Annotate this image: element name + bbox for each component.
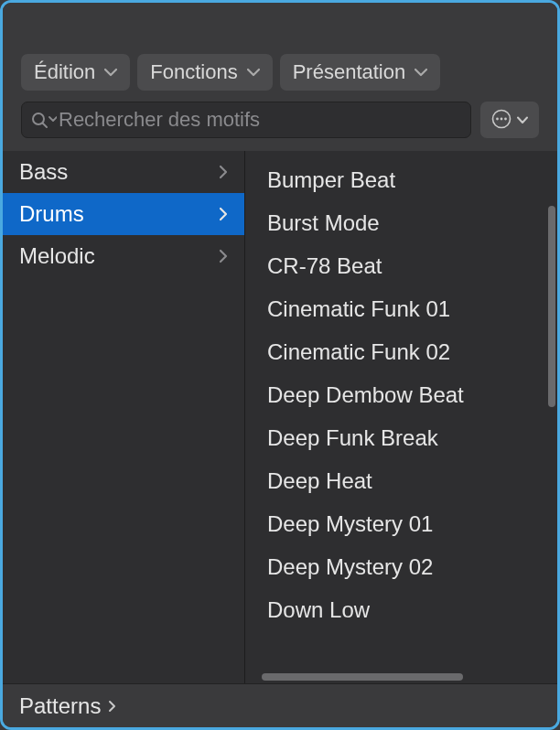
edit-menu-label: Édition <box>34 60 95 84</box>
list-item[interactable]: Cinematic Funk 02 <box>245 330 557 373</box>
category-label: Drums <box>19 201 84 227</box>
chevron-down-icon <box>517 113 528 127</box>
breadcrumb[interactable]: Patterns <box>3 683 557 727</box>
list-item-label: Bumper Beat <box>267 167 395 193</box>
list-item[interactable]: Cinematic Funk 01 <box>245 287 557 330</box>
toolbar: Édition Fonctions Présentation <box>3 43 557 102</box>
chevron-down-icon <box>247 68 260 77</box>
pattern-list: Bumper Beat Burst Mode CR-78 Beat Cinema… <box>245 151 557 631</box>
svg-point-4 <box>501 117 503 120</box>
list-item[interactable]: Deep Dembow Beat <box>245 373 557 416</box>
chevron-down-icon <box>104 68 117 77</box>
list-item-label: Cinematic Funk 02 <box>267 339 450 365</box>
list-item[interactable]: Down Low <box>245 588 557 631</box>
view-menu-button[interactable]: Présentation <box>280 54 441 91</box>
svg-point-3 <box>496 117 499 120</box>
list-item[interactable]: Deep Heat <box>245 459 557 502</box>
list-item-label: Deep Heat <box>267 468 372 494</box>
list-item-label: Deep Funk Break <box>267 425 438 451</box>
svg-point-5 <box>504 117 507 120</box>
svg-line-1 <box>43 123 48 128</box>
list-item-label: Deep Mystery 01 <box>267 511 433 537</box>
list-item-label: Deep Dembow Beat <box>267 382 464 408</box>
functions-menu-button[interactable]: Fonctions <box>137 54 272 91</box>
list-item[interactable]: Burst Mode <box>245 201 557 244</box>
more-options-button[interactable] <box>480 102 539 138</box>
view-menu-label: Présentation <box>293 60 406 84</box>
scrollbar-horizontal[interactable] <box>262 673 463 681</box>
search-icon <box>29 111 57 129</box>
category-item-bass[interactable]: Bass <box>3 151 244 193</box>
search-row <box>3 102 557 151</box>
list-item[interactable]: CR-78 Beat <box>245 244 557 287</box>
chevron-right-icon <box>108 700 116 713</box>
chevron-down-icon <box>415 68 427 77</box>
pattern-column: Bumper Beat Burst Mode CR-78 Beat Cinema… <box>245 151 557 683</box>
list-item[interactable]: Deep Mystery 01 <box>245 502 557 545</box>
list-item-label: Cinematic Funk 01 <box>267 296 450 322</box>
ellipsis-icon <box>491 109 512 132</box>
chevron-right-icon <box>219 201 228 227</box>
list-item[interactable]: Deep Funk Break <box>245 416 557 459</box>
list-item[interactable]: Bumper Beat <box>245 158 557 201</box>
category-label: Melodic <box>19 243 95 269</box>
pattern-browser: Bass Drums Melodic Bumper Beat <box>3 151 557 683</box>
chevron-right-icon <box>219 159 228 185</box>
list-item-label: CR-78 Beat <box>267 253 382 279</box>
window-frame: Édition Fonctions Présentation <box>0 0 560 730</box>
category-item-melodic[interactable]: Melodic <box>3 235 244 277</box>
list-item-label: Down Low <box>267 597 370 623</box>
search-input[interactable] <box>59 108 461 132</box>
chevron-right-icon <box>219 243 228 269</box>
category-label: Bass <box>19 159 68 185</box>
edit-menu-button[interactable]: Édition <box>21 54 130 91</box>
list-item-label: Deep Mystery 02 <box>267 554 433 580</box>
scrollbar-vertical[interactable] <box>548 206 555 407</box>
list-item-label: Burst Mode <box>267 210 380 236</box>
list-item[interactable]: Deep Mystery 02 <box>245 545 557 588</box>
breadcrumb-root: Patterns <box>19 693 101 719</box>
category-item-drums[interactable]: Drums <box>3 193 244 235</box>
titlebar <box>3 3 557 43</box>
search-field[interactable] <box>21 102 471 138</box>
category-column: Bass Drums Melodic <box>3 151 244 683</box>
functions-menu-label: Fonctions <box>150 60 237 84</box>
